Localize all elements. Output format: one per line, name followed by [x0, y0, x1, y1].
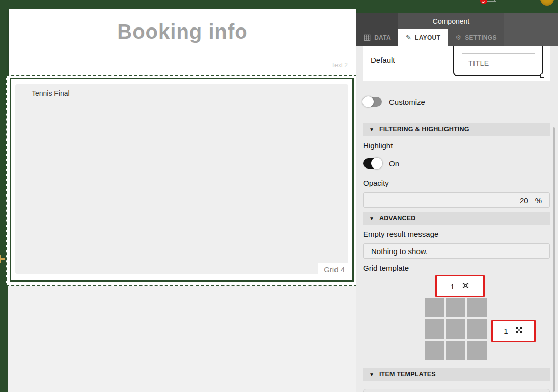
highlight-toggle-row: On	[363, 157, 550, 170]
section-advanced[interactable]: ▼ ADVANCED	[363, 212, 550, 225]
pencil-icon: ✎	[406, 34, 411, 41]
title-input[interactable]	[462, 53, 535, 72]
grid-template-cell[interactable]	[425, 298, 444, 317]
grid-item-text: Tennis Final	[15, 84, 348, 97]
section-filtering-title: FILTERING & HIGHLIGHTING	[379, 126, 469, 133]
canvas-area: Booking info Text 2 Tennis Final Grid 4	[0, 0, 356, 392]
column-count-highlight-box: 1	[435, 275, 485, 297]
collapse-triangle-icon: ▼	[369, 372, 374, 377]
panel-body: Default Customize ▼ FILTERING & HIGHLIGH…	[356, 46, 558, 392]
app-window: Booking info Text 2 Tennis Final Grid 4 …	[0, 0, 558, 392]
text-component-card[interactable]: Booking info Text 2	[9, 9, 356, 75]
grid-template-cell[interactable]	[446, 319, 465, 339]
expand-icon	[461, 281, 470, 291]
empty-result-field	[363, 243, 550, 259]
section-advanced-title: ADVANCED	[379, 215, 416, 222]
grid-template-cell[interactable]	[467, 341, 487, 360]
key-tooth-icon	[494, 0, 495, 2]
header-filler	[504, 13, 558, 46]
user-avatar[interactable]	[540, 0, 554, 6]
tab-settings[interactable]: ⚙ SETTINGS	[448, 29, 504, 46]
opacity-unit: %	[535, 196, 542, 205]
default-label: Default	[371, 55, 395, 64]
empty-result-label: Empty result message	[363, 230, 550, 238]
highlight-toggle[interactable]	[363, 158, 382, 169]
row-count-value: 1	[504, 327, 508, 335]
title-field-selection-box[interactable]	[453, 46, 543, 76]
opacity-value: 20	[520, 196, 528, 205]
grid-component-body[interactable]: Tennis Final Grid 4	[15, 84, 348, 274]
tab-layout-label: LAYOUT	[415, 34, 440, 41]
tab-settings-label: SETTINGS	[465, 34, 496, 41]
row-count-highlight-box: 1	[491, 320, 536, 342]
gear-icon: ⚙	[455, 34, 461, 41]
column-count-value: 1	[450, 282, 454, 291]
panel-header: Component DATA ✎ LAYOUT ⚙ SETTINGS	[356, 13, 558, 46]
grid-component-name-label: Grid 4	[318, 263, 350, 277]
collapse-triangle-icon: ▼	[369, 127, 374, 132]
customize-row: Customize	[363, 96, 550, 108]
text-component-name-label: Text 2	[331, 62, 348, 69]
top-navigation-bar	[0, 0, 558, 9]
insert-position-marker-icon	[0, 255, 5, 263]
booking-info-title: Booking info	[9, 9, 356, 43]
highlight-toggle-state-label: On	[389, 159, 399, 168]
section-item-templates-title: ITEM TEMPLATES	[379, 371, 436, 378]
grid-template-cell[interactable]	[425, 319, 444, 339]
grid-template-label: Grid template	[363, 264, 550, 272]
grid-template-cell[interactable]	[467, 319, 487, 339]
opacity-label: Opacity	[363, 179, 550, 187]
canvas-lower-area	[8, 286, 356, 392]
tab-data-label: DATA	[374, 34, 391, 41]
properties-panel: Component DATA ✎ LAYOUT ⚙ SETTINGS Defau…	[356, 0, 558, 392]
column-count-stepper[interactable]: 1	[438, 278, 482, 294]
expand-icon	[515, 326, 523, 336]
grid-template-cell[interactable]	[446, 298, 465, 317]
default-title-row: Default	[363, 46, 550, 81]
customize-toggle[interactable]	[363, 97, 382, 107]
notification-badge-icon[interactable]	[480, 0, 487, 4]
opacity-input[interactable]: 20 %	[363, 192, 550, 208]
empty-result-input[interactable]	[364, 244, 549, 258]
grid-template-cell[interactable]	[446, 341, 465, 360]
panel-title: Component	[398, 13, 504, 29]
item-template-row-partial[interactable]	[363, 389, 550, 392]
tab-data[interactable]: DATA	[356, 29, 398, 46]
grid-template-cell[interactable]	[467, 298, 487, 317]
customize-label: Customize	[389, 98, 425, 106]
row-count-stepper[interactable]: 1	[494, 323, 533, 339]
grid-template-preview[interactable]	[425, 298, 487, 360]
grid-template-cell[interactable]	[425, 341, 444, 360]
panel-scrollbar[interactable]	[553, 127, 555, 392]
selected-grid-component[interactable]: Tennis Final Grid 4	[6, 75, 357, 286]
table-icon	[364, 34, 371, 41]
collapse-triangle-icon: ▼	[369, 216, 374, 221]
section-item-templates[interactable]: ▼ ITEM TEMPLATES	[363, 368, 550, 381]
resize-handle[interactable]	[540, 74, 544, 78]
highlight-label: Highlight	[363, 141, 550, 150]
tab-layout[interactable]: ✎ LAYOUT	[398, 29, 448, 46]
section-filtering-highlighting[interactable]: ▼ FILTERING & HIGHLIGHTING	[363, 123, 550, 136]
grid-component-border: Tennis Final Grid 4	[10, 78, 354, 282]
